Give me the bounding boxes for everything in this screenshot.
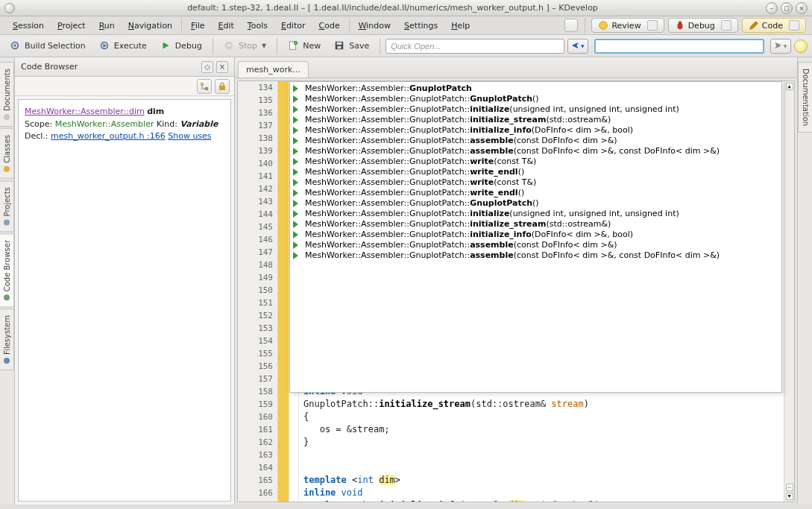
autocomplete-item[interactable]: MeshWorker::Assembler::GnuplotPatch::wri… — [290, 167, 781, 177]
menu-settings[interactable]: Settings — [397, 19, 444, 33]
autocomplete-item[interactable]: MeshWorker::Assembler::GnuplotPatch::ini… — [290, 230, 781, 240]
build-selection-button[interactable]: Build Selection — [4, 39, 91, 54]
stop-icon — [224, 40, 236, 52]
menu-file[interactable]: File — [184, 19, 211, 33]
close-button[interactable]: × — [796, 2, 808, 14]
vertical-scrollbar[interactable]: ▲ — ▼ — [784, 81, 794, 502]
debug-button[interactable]: Debug — [155, 39, 207, 54]
member-icon — [293, 148, 300, 155]
code-line[interactable]: GnuplotPatch::initialize_stream(std::ost… — [303, 398, 784, 411]
scroll-split-button[interactable]: — — [786, 484, 793, 491]
play-gear-icon — [99, 40, 111, 52]
debug-mode-button[interactable]: Debug — [668, 18, 738, 33]
code-line[interactable]: inline void — [303, 487, 784, 499]
menu-project[interactable]: Project — [51, 19, 92, 33]
tab-classes[interactable]: Classes — [0, 128, 14, 179]
nav-back-button[interactable]: ⮜▼ — [567, 39, 588, 54]
autocomplete-item[interactable]: MeshWorker::Assembler::GnuplotPatch::ini… — [290, 219, 781, 230]
maximize-button[interactable]: ◻ — [781, 2, 793, 14]
member-icon — [293, 137, 300, 145]
scroll-up-button[interactable]: ▲ — [786, 83, 793, 90]
line-number: 153 — [238, 322, 277, 335]
menu-code[interactable]: Code — [312, 19, 347, 33]
line-number: 165 — [238, 474, 277, 487]
autocomplete-item[interactable]: MeshWorker::Assembler::GnuplotPatch::wri… — [290, 157, 781, 167]
autocomplete-item[interactable]: MeshWorker::Assembler::GnuplotPatch::ass… — [290, 250, 781, 261]
menu-edit[interactable]: Edit — [212, 19, 241, 33]
nav-go-button[interactable]: ⮞▼ — [770, 39, 791, 54]
autocomplete-item[interactable]: MeshWorker::Assembler::GnuplotPatch::ini… — [290, 104, 781, 115]
panel-lock-button[interactable] — [215, 79, 230, 94]
member-icon — [293, 95, 300, 103]
left-tool-strip: Documents Classes Projects Code Browser … — [0, 57, 15, 505]
show-uses-link[interactable]: Show uses — [168, 131, 211, 141]
app-icon — [4, 3, 15, 13]
toolbar-generic-button[interactable] — [564, 19, 578, 32]
lightbulb-icon[interactable] — [794, 39, 808, 53]
scroll-down-button[interactable]: ▼ — [786, 493, 793, 500]
code-line[interactable] — [303, 449, 784, 461]
decl-location-link[interactable]: mesh_worker_output.h :166 — [51, 131, 166, 141]
member-icon — [293, 158, 300, 165]
autocomplete-item[interactable]: MeshWorker::Assembler::GnuplotPatch::ini… — [290, 125, 781, 136]
member-icon — [293, 221, 300, 228]
editor-tab[interactable]: mesh_work... — [238, 61, 309, 78]
autocomplete-item[interactable]: MeshWorker::Assembler::GnuplotPatch::ass… — [290, 136, 781, 146]
tab-documents[interactable]: Documents — [0, 62, 14, 127]
tab-code-browser[interactable]: Code Browser — [0, 233, 14, 307]
right-tool-strip: Documentation — [797, 57, 812, 505]
line-number: 138 — [238, 132, 277, 145]
location-input[interactable] — [594, 39, 764, 54]
stop-button[interactable]: Stop ▼ — [218, 39, 271, 54]
autocomplete-item[interactable]: MeshWorker::Assembler::GnuplotPatch — [290, 83, 781, 94]
autocomplete-item[interactable]: MeshWorker::Assembler::GnuplotPatch::wri… — [290, 188, 781, 198]
autocomplete-item[interactable]: MeshWorker::Assembler::GnuplotPatch::wri… — [290, 177, 781, 188]
quick-open-input[interactable] — [385, 39, 564, 54]
save-button[interactable]: Save — [329, 39, 374, 54]
panel-tree-button[interactable] — [197, 79, 212, 94]
menu-session[interactable]: Session — [6, 19, 51, 33]
member-icon — [293, 241, 300, 249]
menu-help[interactable]: Help — [444, 19, 476, 33]
panel-close-button[interactable]: × — [216, 61, 228, 73]
line-number: 158 — [238, 385, 277, 398]
autocomplete-item[interactable]: MeshWorker::Assembler::GnuplotPatch::ini… — [290, 209, 781, 219]
tab-projects[interactable]: Projects — [0, 180, 14, 232]
line-number: 151 — [238, 297, 277, 309]
subtoolbar: Build Selection Execute Debug Stop ▼ + N… — [0, 35, 812, 57]
line-number: 144 — [238, 208, 277, 221]
autocomplete-item[interactable]: MeshWorker::Assembler::GnuplotPatch::ass… — [290, 146, 781, 157]
code-line[interactable]: { — [303, 411, 784, 423]
autocomplete-item[interactable]: MeshWorker::Assembler::GnuplotPatch::ini… — [290, 115, 781, 125]
tab-filesystem[interactable]: Filesystem — [0, 309, 14, 370]
menu-tools[interactable]: Tools — [241, 19, 274, 33]
autocomplete-item[interactable]: MeshWorker::Assembler::GnuplotPatch::Gnu… — [290, 94, 781, 104]
editor-body[interactable]: 1341351361371381391401411421431441451461… — [237, 80, 795, 502]
save-label: Save — [349, 41, 369, 51]
tab-documentation[interactable]: Documentation — [798, 62, 812, 133]
code-line[interactable] — [303, 461, 784, 474]
symbol-link[interactable]: MeshWorker::Assembler::dim — [25, 107, 145, 116]
autocomplete-item[interactable]: MeshWorker::Assembler::GnuplotPatch::Gnu… — [290, 198, 781, 209]
debug-aux-icon — [721, 20, 731, 31]
new-button[interactable]: + New — [283, 39, 326, 54]
review-button[interactable]: Review — [591, 18, 664, 33]
code-line[interactable]: } — [303, 436, 784, 449]
code-line[interactable]: os = &stream; — [303, 423, 784, 436]
autocomplete-popup[interactable]: MeshWorker::Assembler::GnuplotPatchMeshW… — [289, 81, 782, 393]
svg-rect-9 — [227, 45, 230, 46]
menu-editor[interactable]: Editor — [274, 19, 312, 33]
code-line[interactable]: GnuplotPatch::initialize_info(DoFInfo<di… — [303, 499, 784, 502]
line-number: 159 — [238, 398, 277, 411]
menu-window[interactable]: Window — [352, 19, 397, 33]
menu-navigation[interactable]: Navigation — [122, 19, 179, 33]
minimize-button[interactable]: – — [766, 2, 778, 14]
panel-float-button[interactable]: ◇ — [201, 61, 213, 73]
menu-run[interactable]: Run — [92, 19, 122, 33]
code-line[interactable]: template <int dim> — [303, 474, 784, 487]
window-title: default: 1.step-32, 1.deal.II – [ 1.deal… — [19, 3, 766, 13]
code-mode-button[interactable]: Code — [742, 18, 806, 33]
autocomplete-item[interactable]: MeshWorker::Assembler::GnuplotPatch::ass… — [290, 240, 781, 250]
execute-button[interactable]: Execute — [94, 39, 152, 54]
line-number: 166 — [238, 487, 277, 499]
